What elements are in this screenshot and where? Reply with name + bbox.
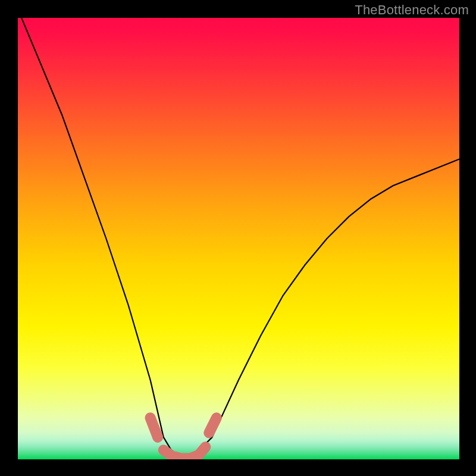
background-gradient bbox=[18, 18, 459, 459]
chart-stage: TheBottleneck.com bbox=[0, 0, 476, 476]
plot-area bbox=[18, 18, 459, 459]
watermark-text: TheBottleneck.com bbox=[355, 2, 469, 18]
svg-rect-0 bbox=[18, 18, 459, 459]
